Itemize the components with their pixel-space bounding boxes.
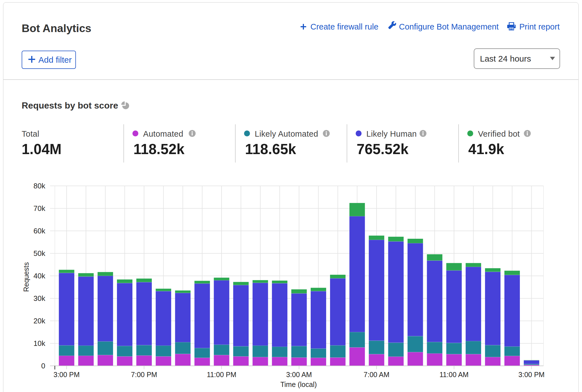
svg-text:Time (local): Time (local) [280, 380, 317, 388]
svg-text:11:00 AM: 11:00 AM [439, 371, 469, 379]
svg-text:3:00 PM: 3:00 PM [53, 371, 80, 379]
svg-text:60k: 60k [33, 227, 46, 235]
svg-text:70k: 70k [33, 204, 46, 213]
svg-text:3:00 PM: 3:00 PM [518, 371, 545, 379]
svg-text:7:00 PM: 7:00 PM [131, 371, 157, 379]
svg-text:11:00 PM: 11:00 PM [207, 371, 236, 379]
svg-text:40k: 40k [33, 272, 46, 280]
svg-text:3:00 AM: 3:00 AM [286, 371, 312, 379]
svg-text:30k: 30k [33, 294, 46, 303]
svg-text:50k: 50k [33, 249, 46, 258]
svg-text:0: 0 [41, 362, 45, 370]
svg-text:80k: 80k [33, 182, 46, 190]
svg-text:Requests: Requests [22, 262, 30, 292]
svg-text:10k: 10k [33, 339, 46, 348]
svg-text:7:00 AM: 7:00 AM [364, 371, 389, 379]
svg-text:20k: 20k [33, 317, 46, 325]
